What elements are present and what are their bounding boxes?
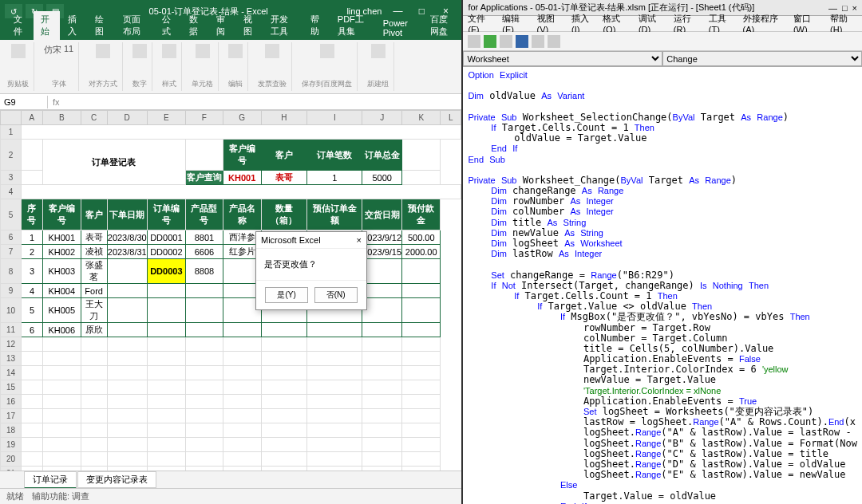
row-header[interactable]: 7: [1, 245, 22, 259]
empty-cell[interactable]: [81, 467, 107, 471]
styles-icon[interactable]: [162, 44, 176, 58]
vba-menu-item[interactable]: 帮助(H): [830, 13, 857, 34]
data-cell[interactable]: [402, 259, 441, 284]
empty-cell[interactable]: [223, 438, 261, 452]
data-cell[interactable]: [107, 298, 147, 323]
data-cell[interactable]: [185, 298, 223, 323]
lookup-val[interactable]: KH001: [223, 171, 261, 185]
empty-cell[interactable]: [402, 352, 441, 366]
row-header[interactable]: 16: [1, 395, 22, 409]
data-cell[interactable]: KH004: [42, 284, 81, 298]
data-cell[interactable]: [402, 284, 441, 298]
empty-cell[interactable]: [185, 423, 223, 438]
empty-cell[interactable]: [261, 352, 307, 366]
edit-icon[interactable]: [228, 44, 243, 58]
vba-min-icon[interactable]: —: [828, 3, 837, 13]
empty-cell[interactable]: [22, 409, 43, 423]
data-cell[interactable]: [223, 323, 261, 337]
tab-review[interactable]: 审阅: [209, 11, 235, 40]
vba-menu-item[interactable]: 插入(I): [571, 13, 595, 34]
empty-cell[interactable]: [223, 395, 261, 409]
empty-cell[interactable]: [147, 352, 185, 366]
empty-cell[interactable]: [81, 438, 107, 452]
empty-cell[interactable]: [223, 423, 261, 438]
empty-cell[interactable]: [107, 438, 147, 452]
tab-file[interactable]: 文件: [6, 11, 33, 40]
data-cell[interactable]: 2023/9/12: [362, 230, 402, 245]
row-header[interactable]: 6: [1, 230, 22, 245]
row-header[interactable]: 14: [1, 366, 22, 380]
vba-menu-item[interactable]: 格式(O): [603, 13, 630, 34]
col-header[interactable]: G: [223, 111, 261, 125]
empty-cell[interactable]: [261, 438, 307, 452]
empty-cell[interactable]: [185, 467, 223, 471]
data-cell[interactable]: [307, 323, 362, 337]
empty-cell[interactable]: [402, 409, 441, 423]
empty-cell[interactable]: [362, 366, 402, 380]
empty-cell[interactable]: [147, 366, 185, 380]
empty-cell[interactable]: [22, 352, 43, 366]
row-header[interactable]: 10: [1, 298, 22, 323]
empty-cell[interactable]: [22, 423, 43, 438]
data-cell[interactable]: KH003: [42, 259, 81, 284]
col-header[interactable]: K: [402, 111, 441, 125]
data-cell[interactable]: Ford: [81, 284, 107, 298]
row-header[interactable]: 5: [1, 199, 22, 230]
tab-help[interactable]: 帮助: [303, 11, 330, 40]
empty-cell[interactable]: [362, 337, 402, 352]
font-size[interactable]: 11: [64, 44, 73, 56]
empty-cell[interactable]: [307, 438, 362, 452]
empty-cell[interactable]: [185, 409, 223, 423]
data-cell[interactable]: 3: [22, 259, 43, 284]
vba-menu-item[interactable]: 编辑(E): [502, 13, 528, 34]
data-cell[interactable]: 5: [22, 298, 43, 323]
empty-cell[interactable]: [81, 352, 107, 366]
row-header[interactable]: 21: [1, 467, 22, 471]
vba-menu-item[interactable]: 视图(V): [537, 13, 563, 34]
empty-cell[interactable]: [22, 438, 43, 452]
row-header[interactable]: 2: [1, 140, 22, 171]
tab-data[interactable]: 数据: [182, 11, 208, 40]
tab-home[interactable]: 开始: [34, 11, 60, 40]
empty-cell[interactable]: [22, 366, 43, 380]
empty-cell[interactable]: [307, 423, 362, 438]
vba-stop-icon[interactable]: [516, 35, 528, 48]
empty-cell[interactable]: [261, 366, 307, 380]
data-cell[interactable]: 8801: [185, 230, 223, 245]
empty-cell[interactable]: [402, 438, 441, 452]
empty-cell[interactable]: [81, 337, 107, 352]
vba-menu-item[interactable]: 工具(T): [709, 13, 735, 34]
row-header[interactable]: 11: [1, 323, 22, 337]
data-cell[interactable]: 表哥: [81, 230, 107, 245]
empty-cell[interactable]: [147, 337, 185, 352]
vba-menu-item[interactable]: 调试(D): [639, 13, 666, 34]
tab-developer[interactable]: 开发工具: [263, 11, 302, 40]
empty-cell[interactable]: [402, 380, 441, 395]
row-header[interactable]: 3: [1, 171, 22, 185]
camera-icon[interactable]: [371, 44, 386, 58]
empty-cell[interactable]: [107, 423, 147, 438]
data-cell[interactable]: [107, 323, 147, 337]
empty-cell[interactable]: [147, 423, 185, 438]
vba-menu-item[interactable]: 文件(F): [468, 13, 494, 34]
col-header[interactable]: H: [261, 111, 307, 125]
cells-icon[interactable]: [196, 44, 210, 58]
vba-run-icon[interactable]: [484, 35, 496, 48]
tab-formulas[interactable]: 公式: [155, 11, 181, 40]
data-cell[interactable]: 王大刀: [81, 298, 107, 323]
tab-pdf[interactable]: PDF工具集: [330, 11, 375, 40]
data-cell[interactable]: [402, 298, 441, 323]
empty-cell[interactable]: [307, 452, 362, 467]
empty-cell[interactable]: [307, 395, 362, 409]
empty-cell[interactable]: [107, 380, 147, 395]
vba-close-icon[interactable]: ×: [852, 3, 857, 13]
empty-cell[interactable]: [223, 380, 261, 395]
data-cell[interactable]: [261, 323, 307, 337]
empty-cell[interactable]: [42, 352, 81, 366]
row-header[interactable]: 18: [1, 423, 22, 438]
align-icon[interactable]: [96, 44, 110, 58]
empty-cell[interactable]: [107, 366, 147, 380]
empty-cell[interactable]: [402, 366, 441, 380]
data-cell[interactable]: 2023/8/31: [107, 245, 147, 259]
empty-cell[interactable]: [362, 452, 402, 467]
